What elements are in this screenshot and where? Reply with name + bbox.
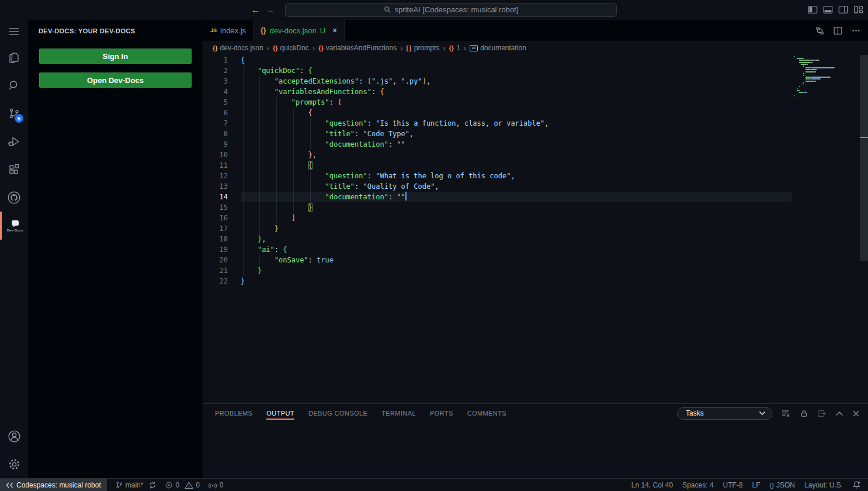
code-line-20[interactable]: 20 "onSave": true	[203, 255, 792, 265]
code-line-18[interactable]: 18 },	[203, 234, 792, 244]
line-number[interactable]: 20	[203, 255, 228, 265]
code-line-19[interactable]: 19 "ai": {	[203, 244, 792, 255]
code-line-6[interactable]: 6 {	[203, 108, 792, 118]
status-spaces-4[interactable]: Spaces: 4	[682, 481, 713, 489]
close-icon[interactable]: ×	[332, 26, 337, 35]
more-actions-icon[interactable]	[851, 26, 861, 36]
code-text[interactable]: {	[241, 55, 792, 65]
code-line-15[interactable]: 15 }	[203, 202, 792, 213]
sidebar-item-dev-docs[interactable]: Dev-Docs	[0, 212, 28, 240]
forward-button[interactable]: →	[266, 5, 275, 14]
panel-tab-terminal[interactable]: TERMINAL	[381, 404, 416, 423]
line-number[interactable]: 1	[203, 55, 228, 65]
branch-item[interactable]: main*	[115, 480, 157, 489]
code-text[interactable]: }	[241, 265, 792, 276]
settings-button[interactable]	[0, 450, 28, 478]
line-number[interactable]: 9	[203, 139, 228, 150]
breadcrumb-item-quickDoc[interactable]: {}quickDoc	[273, 44, 309, 52]
code-line-17[interactable]: 17 }	[203, 223, 792, 234]
line-number[interactable]: 18	[203, 234, 228, 244]
status-layout-u-s-[interactable]: Layout: U.S.	[804, 481, 843, 489]
line-number[interactable]: 14	[203, 192, 228, 202]
code-text[interactable]: "title": "Quality of Code",	[241, 181, 792, 192]
command-center-search[interactable]: spriteAI [Codespaces: musical robot]	[285, 3, 617, 17]
panel-tab-debug-console[interactable]: DEBUG CONSOLE	[308, 404, 367, 423]
code-text[interactable]: "documentation": ""	[241, 139, 792, 150]
code-line-4[interactable]: 4 "variablesAndFunctions": {	[203, 87, 792, 97]
code-text[interactable]: ]	[241, 213, 792, 223]
breadcrumb-item-documentation[interactable]: abdocumentation	[470, 44, 526, 52]
editor-tab-dev-docs.json[interactable]: {}dev-docs.jsonU×	[254, 20, 345, 41]
line-number[interactable]: 7	[203, 118, 228, 129]
code-text[interactable]: },	[241, 150, 792, 160]
line-number[interactable]: 19	[203, 244, 228, 255]
code-line-12[interactable]: 12 "question": "What is the log o of thi…	[203, 171, 792, 181]
open-dev-docs-button[interactable]: Open Dev-Docs	[39, 72, 192, 88]
sync-icon[interactable]	[148, 481, 157, 489]
code-line-21[interactable]: 21 }	[203, 265, 792, 276]
code-line-2[interactable]: 2 "quickDoc": {	[203, 65, 792, 76]
line-number[interactable]: 16	[203, 213, 228, 223]
code-line-11[interactable]: 11 {	[203, 160, 792, 171]
line-number[interactable]: 4	[203, 87, 228, 97]
status-lf[interactable]: LF	[752, 481, 761, 489]
code-line-8[interactable]: 8 "title": "Code Type",	[203, 129, 792, 139]
panel-tab-problems[interactable]: PROBLEMS	[215, 404, 252, 423]
line-number[interactable]: 2	[203, 65, 228, 76]
code-text[interactable]: }	[241, 276, 792, 286]
toggle-secondary-sidebar-icon[interactable]	[838, 5, 848, 14]
code-line-14[interactable]: 14 "documentation": ""	[203, 192, 792, 202]
breadcrumb-item-1[interactable]: {}1	[449, 44, 460, 52]
remote-indicator[interactable]: Codespaces: musical robot	[0, 479, 107, 491]
breadcrumb-item-prompts[interactable]: []prompts	[407, 44, 440, 52]
maximize-panel-icon[interactable]	[835, 411, 843, 416]
line-number[interactable]: 13	[203, 181, 228, 192]
code-text[interactable]: "onSave": true	[241, 255, 792, 265]
code-text[interactable]: "variablesAndFunctions": {	[241, 87, 792, 97]
panel-tab-ports[interactable]: PORTS	[430, 404, 453, 423]
code-text[interactable]: "ai": {	[241, 244, 792, 255]
sidebar-item-search[interactable]	[0, 71, 28, 99]
panel-tab-output[interactable]: OUTPUT	[266, 404, 294, 423]
line-number[interactable]: 12	[203, 171, 228, 181]
code-text[interactable]: "documentation": ""	[241, 192, 792, 202]
notifications-bell[interactable]	[852, 480, 861, 489]
close-panel-icon[interactable]	[852, 410, 860, 417]
line-number[interactable]: 10	[203, 150, 228, 160]
line-number[interactable]: 15	[203, 202, 228, 213]
scrollbar[interactable]	[860, 55, 868, 403]
minimap[interactable]	[793, 56, 859, 403]
code-text[interactable]: "question": "What is the log o of this c…	[241, 171, 792, 181]
sidebar-item-extensions[interactable]	[0, 155, 28, 184]
line-number[interactable]: 22	[203, 276, 228, 286]
code-line-3[interactable]: 3 "acceptedExtensions": [".js", ".py"],	[203, 76, 792, 87]
status-ln-14-col-40[interactable]: Ln 14, Col 40	[631, 481, 673, 489]
code-line-7[interactable]: 7 "question": "Is this a function, class…	[203, 118, 792, 129]
toggle-sidebar-icon[interactable]	[808, 5, 818, 14]
line-number[interactable]: 21	[203, 265, 228, 276]
code-text[interactable]: {	[241, 108, 792, 118]
breadcrumb-item-variablesAndFunctions[interactable]: {}variablesAndFunctions	[318, 44, 397, 52]
code-text[interactable]: },	[241, 234, 792, 244]
code-line-10[interactable]: 10 },	[203, 150, 792, 160]
open-changes-icon[interactable]	[815, 26, 825, 36]
open-output-in-editor-icon[interactable]	[817, 409, 827, 418]
code-text[interactable]: "acceptedExtensions": [".js", ".py"],	[241, 76, 792, 87]
code-line-9[interactable]: 9 "documentation": ""	[203, 139, 792, 150]
panel-tab-comments[interactable]: COMMENTS	[467, 404, 506, 423]
clear-output-icon[interactable]	[781, 409, 791, 418]
lock-icon[interactable]	[800, 409, 808, 418]
editor[interactable]: 1{2 "quickDoc": {3 "acceptedExtensions":…	[203, 55, 868, 403]
sidebar-item-explorer[interactable]	[0, 43, 28, 71]
scrollbar-slider[interactable]	[860, 55, 868, 261]
status-utf-8[interactable]: UTF-8	[723, 481, 743, 489]
code-text[interactable]: }	[241, 202, 792, 213]
line-number[interactable]: 5	[203, 97, 228, 108]
accounts-button[interactable]	[0, 422, 28, 450]
sidebar-item-source-control[interactable]: 5	[0, 99, 28, 127]
breadcrumb-item-dev-docs.json[interactable]: {}dev-docs.json	[213, 44, 263, 52]
output-content[interactable]	[203, 423, 868, 478]
code-line-1[interactable]: 1{	[203, 55, 792, 65]
sidebar-item-github[interactable]	[0, 184, 28, 212]
problems-item[interactable]: 0 0	[165, 481, 199, 489]
